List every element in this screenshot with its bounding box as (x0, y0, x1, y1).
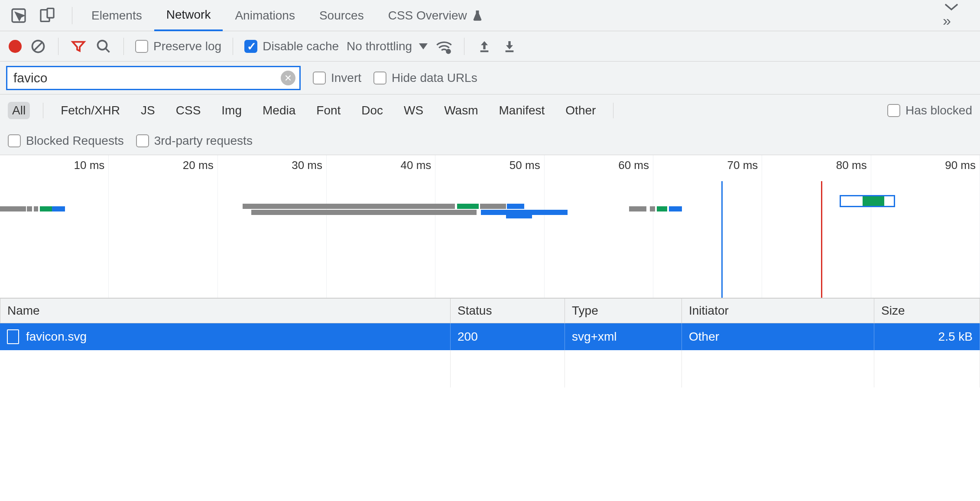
type-filter-manifest[interactable]: Manifest (495, 102, 549, 119)
type-filter-other[interactable]: Other (561, 102, 600, 119)
flask-icon (471, 10, 484, 22)
type-filter-css[interactable]: CSS (172, 102, 205, 119)
svg-rect-7 (506, 50, 514, 52)
timeline-tick: 80 ms (824, 159, 867, 172)
type-filter-font[interactable]: Font (312, 102, 345, 119)
throttling-select[interactable]: No throttling (347, 39, 428, 53)
chevron-down-icon (419, 43, 428, 49)
tab-sources[interactable]: Sources (307, 0, 376, 31)
timeline-tick: 30 ms (279, 159, 322, 172)
cell-size: 2.5 kB (938, 330, 973, 344)
separator (123, 38, 124, 55)
more-tabs-icon[interactable]: » (931, 2, 972, 29)
hide-data-urls-input[interactable] (373, 72, 386, 85)
type-filter-ws[interactable]: WS (399, 102, 428, 119)
type-filter-js[interactable]: JS (136, 102, 159, 119)
search-icon[interactable] (95, 38, 112, 55)
timeline-selection[interactable] (840, 195, 895, 207)
table-row-initiator[interactable]: Other (682, 323, 874, 350)
separator (43, 103, 43, 118)
type-filter-media[interactable]: Media (258, 102, 300, 119)
blocked-requests-label: Blocked Requests (26, 134, 124, 148)
type-filter-all[interactable]: All (8, 102, 30, 119)
timeline-tick: 90 ms (932, 159, 976, 172)
separator (613, 103, 613, 118)
table-row-type[interactable]: svg+xml (565, 323, 682, 350)
clear-icon[interactable] (29, 38, 47, 55)
network-toolbar: Preserve log Disable cache No throttling (0, 31, 980, 62)
third-party-input[interactable] (136, 134, 149, 147)
device-toggle-icon[interactable] (36, 5, 58, 26)
devtools-tabbar: Elements Network Animations Sources CSS … (0, 0, 980, 31)
disable-cache-input[interactable] (244, 40, 257, 53)
type-filter-wasm[interactable]: Wasm (440, 102, 482, 119)
timeline-tick: 70 ms (714, 159, 758, 172)
import-har-icon[interactable] (501, 38, 518, 55)
type-filter-fetch-xhr[interactable]: Fetch/XHR (56, 102, 124, 119)
type-filter-img[interactable]: Img (217, 102, 246, 119)
has-blocked-label: Has blocked (905, 104, 972, 117)
invert-label: Invert (331, 71, 361, 85)
has-blocked-input[interactable] (887, 104, 900, 117)
header-type[interactable]: Type (565, 298, 682, 323)
blocked-requests-checkbox[interactable]: Blocked Requests (8, 134, 124, 148)
dom-content-loaded-marker (721, 181, 723, 298)
inspect-element-icon[interactable] (8, 5, 29, 26)
cell-name: favicon.svg (26, 330, 87, 344)
throttling-label: No throttling (347, 39, 412, 53)
tab-elements[interactable]: Elements (79, 0, 154, 31)
cell-type: svg+xml (572, 330, 617, 344)
hide-data-urls-checkbox[interactable]: Hide data URLs (373, 71, 477, 85)
header-status[interactable]: Status (451, 298, 565, 323)
timeline-tick: 40 ms (388, 159, 431, 172)
cell-initiator: Other (689, 330, 719, 344)
tab-css-overview[interactable]: CSS Overview (376, 0, 496, 31)
cell-status: 200 (458, 330, 478, 344)
blocked-requests-input[interactable] (8, 134, 21, 147)
tab-network[interactable]: Network (154, 0, 223, 31)
export-har-icon[interactable] (476, 38, 493, 55)
header-name[interactable]: Name (0, 298, 451, 323)
disable-cache-checkbox[interactable]: Disable cache (244, 39, 339, 53)
table-row-name[interactable]: favicon.svg (0, 323, 451, 350)
svg-point-5 (447, 49, 450, 53)
file-icon (7, 329, 19, 344)
svg-rect-2 (47, 8, 54, 18)
tab-animations[interactable]: Animations (223, 0, 307, 31)
filter-input-wrap: × (6, 66, 301, 90)
svg-rect-6 (480, 50, 489, 52)
filter-row: × Invert Hide data URLs (0, 62, 980, 94)
invert-checkbox[interactable]: Invert (313, 71, 361, 85)
network-conditions-icon[interactable] (435, 38, 453, 55)
timeline-tick: 20 ms (170, 159, 214, 172)
filter-input[interactable] (6, 66, 301, 90)
table-row-status[interactable]: 200 (451, 323, 565, 350)
preserve-log-checkbox[interactable]: Preserve log (135, 39, 221, 53)
has-blocked-checkbox[interactable]: Has blocked (887, 104, 972, 117)
timeline-tick: 10 ms (61, 159, 104, 172)
third-party-label: 3rd-party requests (154, 134, 253, 148)
svg-point-4 (98, 40, 107, 49)
record-button[interactable] (9, 40, 22, 53)
hide-data-urls-label: Hide data URLs (392, 71, 477, 85)
timeline-tick: 60 ms (606, 159, 649, 172)
preserve-log-label: Preserve log (153, 39, 221, 53)
invert-input[interactable] (313, 72, 326, 85)
disable-cache-label: Disable cache (263, 39, 339, 53)
type-filter-doc[interactable]: Doc (357, 102, 387, 119)
filter-icon[interactable] (70, 38, 87, 55)
header-size[interactable]: Size (874, 298, 980, 323)
tab-label: CSS Overview (388, 9, 467, 23)
header-initiator[interactable]: Initiator (682, 298, 874, 323)
separator (72, 7, 72, 24)
load-marker (821, 181, 822, 298)
clear-input-icon[interactable]: × (281, 71, 295, 85)
timeline-overview[interactable]: 10 ms20 ms30 ms40 ms50 ms60 ms70 ms80 ms… (0, 155, 980, 298)
network-table: Name Status Type Initiator Size favicon.… (0, 298, 980, 387)
table-row-size[interactable]: 2.5 kB (874, 323, 980, 350)
type-filter-row-2: Blocked Requests 3rd-party requests (0, 127, 980, 155)
preserve-log-input[interactable] (135, 40, 148, 53)
third-party-checkbox[interactable]: 3rd-party requests (136, 134, 253, 148)
separator (233, 38, 233, 55)
type-filter-row: All Fetch/XHR JS CSS Img Media Font Doc … (0, 94, 980, 127)
